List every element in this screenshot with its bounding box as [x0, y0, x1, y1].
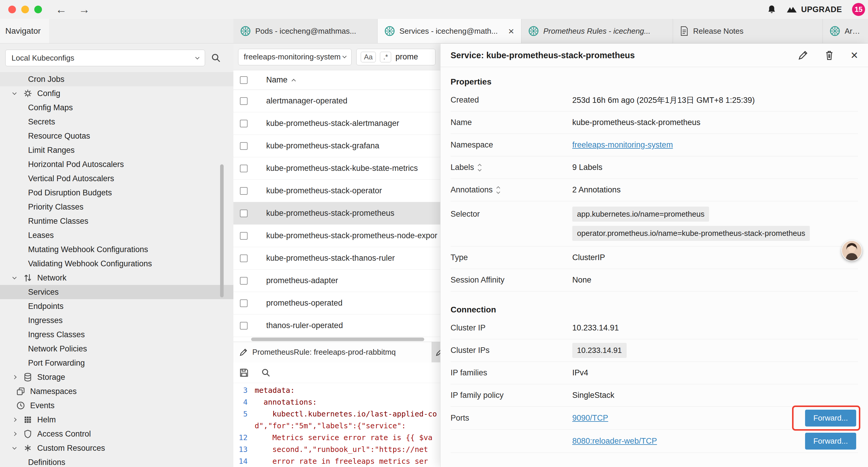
row-checkbox[interactable]: [240, 322, 248, 329]
sidebar-item-helm[interactable]: Helm: [0, 413, 234, 427]
tab-argo[interactable]: Argo S: [823, 19, 868, 43]
row-checkbox[interactable]: [240, 142, 248, 150]
property-row-labels: Labels 9 Labels: [451, 156, 858, 179]
sidebar-item-runtime-classes[interactable]: Runtime Classes: [0, 214, 234, 228]
sidebar-item-ingress-classes[interactable]: Ingress Classes: [0, 327, 234, 342]
row-checkbox[interactable]: [240, 232, 248, 240]
updown-arrows-icon: [23, 273, 33, 282]
dock-tab-partial[interactable]: [432, 342, 440, 362]
save-icon[interactable]: [239, 368, 249, 377]
sidebar-item-storage[interactable]: Storage: [0, 370, 234, 384]
close-window-button[interactable]: [8, 6, 16, 13]
sidebar-item-cron-jobs[interactable]: Cron Jobs: [0, 72, 234, 86]
property-label: IP families: [451, 368, 487, 377]
table-row[interactable]: kube-prometheus-stack-thanos-ruler: [234, 247, 440, 269]
sidebar-item-limit-ranges[interactable]: Limit Ranges: [0, 143, 234, 157]
sidebar-item-priority-classes[interactable]: Priority Classes: [0, 200, 234, 214]
select-all-checkbox[interactable]: [240, 76, 248, 84]
sidebar-item-definitions[interactable]: Definitions: [0, 455, 234, 467]
back-button[interactable]: ←: [56, 4, 67, 15]
sidebar-item-network[interactable]: Network: [0, 271, 234, 285]
forward-button[interactable]: Forward...: [805, 433, 856, 449]
sidebar-item-config[interactable]: Config: [0, 86, 234, 100]
sidebar-item-network-policies[interactable]: Network Policies: [0, 342, 234, 356]
sidebar-item-events[interactable]: Events: [0, 399, 234, 413]
close-tab-icon[interactable]: ×: [508, 26, 514, 36]
sidebar-item-leases[interactable]: Leases: [0, 228, 234, 242]
notification-count-badge[interactable]: 15: [852, 3, 865, 16]
table-row[interactable]: kube-prometheus-stack-prometheus-node-ex…: [234, 225, 440, 247]
column-header-name[interactable]: Name: [266, 76, 295, 85]
namespace-link[interactable]: freeleaps-monitoring-system: [572, 140, 673, 150]
forward-button[interactable]: →: [79, 4, 90, 15]
search-input[interactable]: Aa .* prome: [356, 49, 435, 65]
dock-tab-prometheusrule[interactable]: PrometheusRule: freeleaps-prod-rabbitmq: [234, 342, 432, 362]
avatar[interactable]: [841, 240, 862, 261]
table-row[interactable]: kube-prometheus-stack-alertmanager: [234, 112, 440, 135]
sidebar-item-secrets[interactable]: Secrets: [0, 115, 234, 129]
match-case-toggle[interactable]: Aa: [361, 52, 376, 62]
horizontal-scrollbar[interactable]: [251, 338, 424, 341]
yaml-editor[interactable]: 3metadata: 4annotations: 5kubectl.kubern…: [234, 383, 440, 467]
row-checkbox[interactable]: [240, 165, 248, 172]
regex-toggle[interactable]: .*: [380, 52, 391, 62]
sidebar: Local Kubeconfigs Cron Jobs Config Confi…: [0, 44, 234, 467]
sidebar-item-mutating-webhook-configurations[interactable]: Mutating Webhook Configurations: [0, 242, 234, 257]
minimize-window-button[interactable]: [21, 6, 29, 13]
notifications-bell-icon[interactable]: [767, 5, 776, 14]
row-checkbox[interactable]: [240, 120, 248, 127]
tab-prometheus-rules[interactable]: Prometheus Rules - icecheng...: [522, 19, 673, 43]
table-row-selected[interactable]: kube-prometheus-stack-prometheus: [234, 202, 440, 225]
row-checkbox[interactable]: [240, 187, 248, 195]
maximize-window-button[interactable]: [34, 6, 42, 13]
upgrade-button[interactable]: UPGRADE: [786, 5, 842, 14]
tab-pods[interactable]: Pods - icecheng@mathmas...: [234, 19, 378, 43]
table-row[interactable]: prometheus-operated: [234, 292, 440, 315]
delete-icon[interactable]: [825, 50, 834, 60]
sidebar-item-label: Namespaces: [30, 387, 77, 396]
table-row[interactable]: kube-prometheus-stack-operator: [234, 180, 440, 202]
row-checkbox[interactable]: [240, 209, 248, 217]
port-link[interactable]: 9090/TCP: [572, 413, 608, 423]
row-checkbox[interactable]: [240, 299, 248, 307]
sidebar-item-horizontal-pod-autoscalers[interactable]: Horizontal Pod Autoscalers: [0, 157, 234, 171]
sidebar-item-validating-webhook-configurations[interactable]: Validating Webhook Configurations: [0, 257, 234, 271]
service-name: thanos-ruler-operated: [266, 321, 343, 330]
table-row[interactable]: prometheus-adapter: [234, 269, 440, 292]
port-link[interactable]: 8080:reloader-web/TCP: [572, 437, 657, 446]
sidebar-item-namespaces[interactable]: Namespaces: [0, 384, 234, 399]
sidebar-item-custom-resources[interactable]: Custom Resources: [0, 441, 234, 455]
sidebar-item-resource-quotas[interactable]: Resource Quotas: [0, 129, 234, 143]
sidebar-item-ingresses[interactable]: Ingresses: [0, 313, 234, 327]
table-row[interactable]: alertmanager-operated: [234, 90, 440, 112]
table-row[interactable]: kube-prometheus-stack-kube-state-metrics: [234, 157, 440, 180]
expand-collapse-icon[interactable]: [478, 164, 481, 171]
sidebar-item-pod-disruption-budgets[interactable]: Pod Disruption Budgets: [0, 185, 234, 200]
editor-search-icon[interactable]: [261, 368, 271, 377]
sidebar-search-icon[interactable]: [211, 53, 221, 63]
table-row[interactable]: thanos-ruler-operated: [234, 315, 440, 337]
expand-collapse-icon[interactable]: [497, 187, 500, 193]
apps-grid-icon: [23, 416, 33, 424]
namespace-select[interactable]: freeleaps-monitoring-system: [238, 49, 351, 65]
kubeconfig-select[interactable]: Local Kubeconfigs: [5, 50, 205, 66]
sidebar-item-services[interactable]: Services: [0, 285, 234, 299]
sidebar-item-port-forwarding[interactable]: Port Forwarding: [0, 356, 234, 370]
sidebar-item-config-maps[interactable]: Config Maps: [0, 100, 234, 115]
sidebar-scrollbar[interactable]: [220, 164, 224, 297]
tab-services[interactable]: Services - icecheng@math... ×: [378, 19, 522, 43]
sidebar-item-endpoints[interactable]: Endpoints: [0, 299, 234, 313]
line-number: 12: [234, 433, 253, 442]
row-checkbox[interactable]: [240, 255, 248, 262]
editor-line: 5kubectl.kubernetes.io/last-applied-co: [234, 408, 440, 420]
row-checkbox[interactable]: [240, 277, 248, 285]
table-row[interactable]: kube-prometheus-stack-grafana: [234, 135, 440, 157]
edit-icon[interactable]: [798, 50, 808, 60]
tab-release-notes[interactable]: Release Notes: [673, 19, 823, 43]
row-checkbox[interactable]: [240, 97, 248, 105]
property-value: None: [572, 275, 591, 285]
forward-button[interactable]: Forward...: [805, 410, 856, 427]
sidebar-item-access-control[interactable]: Access Control: [0, 427, 234, 441]
sidebar-item-vertical-pod-autoscalers[interactable]: Vertical Pod Autoscalers: [0, 171, 234, 185]
close-icon[interactable]: ×: [850, 49, 858, 61]
